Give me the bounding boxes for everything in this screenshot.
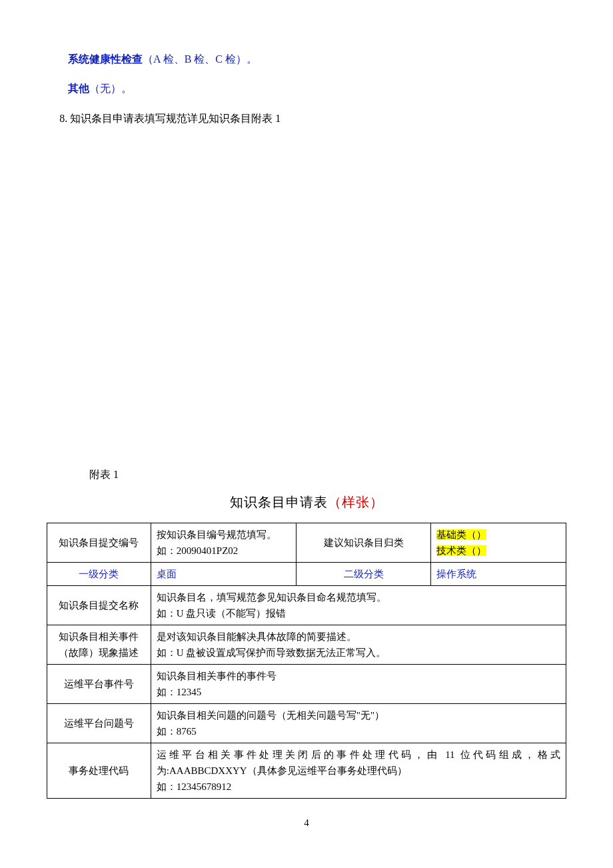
system-check-bold: 系统健康性检查	[68, 53, 143, 65]
other-rest: （无）。	[89, 83, 132, 94]
cell-line: 如：12345678912	[157, 779, 560, 795]
table-row: 事务处理代码 运维平台相关事件处理关闭后的事件处理代码，由 11 位代码组成，格…	[47, 743, 566, 798]
cell-event-id-label: 运维平台事件号	[47, 664, 151, 703]
page-number: 4	[47, 813, 566, 833]
application-form-table: 知识条目提交编号 按知识条目编号规范填写。 如：20090401PZ02 建议知…	[47, 523, 566, 799]
cell-l1-class-label: 一级分类	[47, 562, 151, 585]
table-row: 知识条目提交名称 知识条目名，填写规范参见知识条目命名规范填写。 如：U 盘只读…	[47, 585, 566, 625]
other-bold: 其他	[68, 83, 89, 94]
cell-event-desc-label: 知识条目相关事件 （故障）现象描述	[47, 625, 151, 664]
line-other: 其他（无）。	[47, 79, 566, 99]
cell-l2-class-value: 操作系统	[431, 562, 566, 585]
cell-submit-id-value: 按知识条目编号规范填写。 如：20090401PZ02	[151, 523, 296, 562]
table-row: 运维平台事件号 知识条目相关事件的事件号 如：12345	[47, 664, 566, 703]
cell-line: 是对该知识条目能解决具体故障的简要描述。	[157, 629, 560, 645]
numbered-item-8: 8. 知识条目申请表填写规范详见知识条目附表 1	[47, 109, 566, 129]
line-system-check: 系统健康性检查（A 检、B 检、C 检）。	[47, 49, 566, 69]
cell-line: 如：12345	[157, 684, 560, 700]
table-row: 知识条目提交编号 按知识条目编号规范填写。 如：20090401PZ02 建议知…	[47, 523, 566, 562]
cell-submit-name-value: 知识条目名，填写规范参见知识条目命名规范填写。 如：U 盘只读（不能写）报错	[151, 585, 566, 625]
cell-category-value: 基础类（） 技术类（）	[431, 523, 566, 562]
cell-line: 按知识条目编号规范填写。	[157, 527, 291, 543]
cell-submit-name-label: 知识条目提交名称	[47, 585, 151, 625]
appendix-label: 附表 1	[47, 465, 566, 485]
cell-line: 如：20090401PZ02	[157, 543, 291, 559]
table-row: 一级分类 桌面 二级分类 操作系统	[47, 562, 566, 585]
cell-line: 知识条目相关问题的问题号（无相关问题号写"无"）	[157, 707, 560, 723]
cell-line: 如：8765	[157, 723, 560, 739]
spacer	[47, 138, 566, 458]
cell-l2-class-label: 二级分类	[296, 562, 431, 585]
cell-l1-class-value: 桌面	[151, 562, 296, 585]
table-row: 运维平台问题号 知识条目相关问题的问题号（无相关问题号写"无"） 如：8765	[47, 703, 566, 743]
cell-trans-code-value: 运维平台相关事件处理关闭后的事件处理代码，由 11 位代码组成，格式为:AAAB…	[151, 743, 566, 798]
highlight-basic: 基础类（）	[436, 529, 486, 540]
system-check-rest: （A 检、B 检、C 检）。	[143, 53, 257, 65]
table-row: 知识条目相关事件 （故障）现象描述 是对该知识条目能解决具体故障的简要描述。 如…	[47, 625, 566, 664]
cell-problem-id-label: 运维平台问题号	[47, 703, 151, 743]
cell-line: 知识条目相关事件	[53, 629, 145, 645]
cell-event-id-value: 知识条目相关事件的事件号 如：12345	[151, 664, 566, 703]
cell-submit-id-label: 知识条目提交编号	[47, 523, 151, 562]
cell-problem-id-value: 知识条目相关问题的问题号（无相关问题号写"无"） 如：8765	[151, 703, 566, 743]
cell-event-desc-value: 是对该知识条目能解决具体故障的简要描述。 如：U 盘被设置成写保护而导致数据无法…	[151, 625, 566, 664]
table-title-main: 知识条目申请表	[230, 495, 328, 509]
cell-line: 如：U 盘被设置成写保护而导致数据无法正常写入。	[157, 645, 560, 661]
table-title: 知识条目申请表（样张）	[47, 489, 566, 515]
cell-line: （故障）现象描述	[53, 645, 145, 661]
cell-category-label: 建议知识条目归类	[296, 523, 431, 562]
cell-line: 知识条目相关事件的事件号	[157, 668, 560, 684]
cell-line: 如：U 盘只读（不能写）报错	[157, 605, 560, 621]
cell-trans-code-label: 事务处理代码	[47, 743, 151, 798]
cell-line: 运维平台相关事件处理关闭后的事件处理代码，由 11 位代码组成，格式为:AAAB…	[157, 747, 560, 779]
highlight-tech: 技术类（）	[436, 545, 486, 556]
cell-line: 知识条目名，填写规范参见知识条目命名规范填写。	[157, 589, 560, 605]
table-title-sample: （样张）	[328, 495, 384, 509]
